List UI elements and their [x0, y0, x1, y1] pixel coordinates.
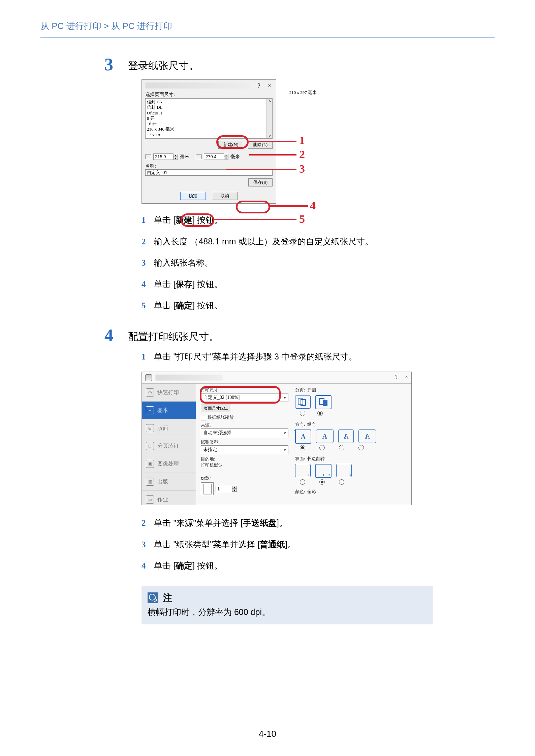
help-icon[interactable]: ?	[258, 82, 260, 90]
dialog-title-blur	[145, 82, 250, 89]
unit-label-2: 毫米	[230, 154, 240, 160]
save-button[interactable]: 保存(S)	[248, 178, 273, 186]
dest-label: 目的地:	[201, 456, 288, 462]
divider	[40, 37, 495, 38]
duplex-short[interactable]: 3	[336, 464, 352, 477]
chevron-down-icon: ∨	[284, 431, 286, 435]
collate-option-1[interactable]	[295, 395, 311, 409]
tab-finishing[interactable]: ⊡ 分页装订	[142, 437, 196, 455]
duplex-label: 双面:	[295, 456, 305, 461]
media-label: 纸张类型:	[201, 439, 288, 445]
job-icon: ▭	[146, 495, 154, 504]
height-spinner[interactable]: ▲▼	[204, 153, 228, 160]
auto-scale-label: 根据纸张缩放	[208, 415, 234, 420]
scrollbar[interactable]: ∧ ∨	[266, 99, 272, 138]
width-input[interactable]	[153, 153, 174, 160]
duplex-long[interactable]: 12	[315, 464, 332, 478]
step-3-number: 3	[104, 55, 128, 73]
cancel-button[interactable]: 取消	[212, 192, 238, 200]
callout-num-1: 1	[299, 134, 305, 147]
substep-4-3: 3 单击 "纸张类型"菜单并选择 [普通纸]。	[141, 538, 495, 551]
orient-value: 纵向	[307, 422, 316, 427]
callout-num-4: 4	[310, 199, 316, 212]
callout-num-3: 3	[299, 163, 305, 175]
tab-layout[interactable]: ⊞ 版面	[142, 419, 196, 437]
orient-portrait[interactable]: ⤢A	[295, 429, 311, 444]
chevron-down-icon: ∨	[284, 448, 286, 452]
substep-3-3: 3 输入纸张名称。	[141, 256, 495, 269]
step-3-header: 3 登录纸张尺寸。	[104, 55, 495, 73]
width-spinner[interactable]: ▲▼	[153, 153, 178, 160]
auto-scale-checkbox[interactable]	[201, 415, 206, 420]
new-button[interactable]: 新建(N)	[218, 141, 243, 149]
copies-label: 份数:	[201, 475, 288, 481]
orient-landscape[interactable]: A	[316, 429, 334, 443]
svg-rect-3	[323, 400, 327, 406]
callout-line-3	[226, 169, 296, 170]
list-items: 信封 C5 信封 DL Oficio II 8 开 16 开 216 x 340…	[147, 99, 271, 138]
height-input[interactable]	[204, 153, 224, 160]
orient-label: 方向:	[295, 422, 305, 427]
step-4-title: 配置打印纸张尺寸。	[128, 325, 219, 344]
ok-button[interactable]: 确定	[180, 192, 206, 200]
printer-properties-dialog: ? × ◷ 快速打印 ≡ 基本 ⊞ 版面 ⊡ 分页	[141, 372, 412, 505]
orient-landscape-rot[interactable]: A	[358, 429, 376, 443]
substep-3-2: 2 输入长度 （488.1 mm 或以上）及登录的自定义纸张尺寸。	[141, 235, 495, 248]
dialog2-title-blur	[155, 375, 223, 381]
scroll-up-icon[interactable]: ∧	[269, 99, 271, 103]
scroll-down-icon[interactable]: ∨	[269, 134, 271, 139]
collate-label: 分页:	[295, 387, 305, 392]
duplex-radios[interactable]	[295, 479, 407, 485]
substep-4-4: 4 单击 [确定] 按钮。	[141, 559, 495, 572]
orient-portrait-rot[interactable]: A	[338, 429, 354, 443]
collate-option-2[interactable]	[315, 395, 332, 409]
tab-quick-print[interactable]: ◷ 快速打印	[142, 384, 196, 402]
image-icon: ▣	[146, 460, 154, 468]
orient-radios[interactable]	[295, 445, 407, 450]
color-label: 颜色:	[295, 489, 305, 494]
close-icon[interactable]: ×	[268, 82, 271, 90]
grid-icon: ⊞	[146, 424, 154, 432]
callout-line-5	[214, 219, 296, 220]
unit-label: 毫米	[180, 154, 189, 160]
tab-publish[interactable]: ▥ 出版	[142, 473, 196, 491]
callout-num-2: 2	[299, 148, 305, 161]
source-label: 来源:	[201, 422, 288, 428]
select-page-size-label: 选择页面尺寸:	[145, 92, 273, 98]
chevron-down-icon: ∨	[284, 396, 286, 400]
tab-image[interactable]: ▣ 图像处理	[142, 455, 196, 473]
page-number: 4-10	[0, 729, 535, 739]
source-combo[interactable]: 自动来源选择 ∨	[201, 428, 288, 437]
page-size-listbox[interactable]: 信封 C5 信封 DL Oficio II 8 开 16 开 216 x 340…	[145, 98, 273, 139]
note-box: 注 横幅打印时，分辨率为 600 dpi。	[141, 586, 433, 624]
tab-basic[interactable]: ≡ 基本	[142, 402, 196, 419]
dest-value: 打印机默认	[201, 462, 288, 468]
callout-line-2	[249, 154, 296, 156]
color-value: 全彩	[307, 489, 316, 494]
duplex-off[interactable]: 1	[295, 464, 311, 477]
copies-spinner[interactable]: ▲▼	[216, 486, 237, 492]
list-icon: ≡	[146, 406, 154, 414]
note-title: 注	[163, 592, 172, 604]
copies-input[interactable]	[216, 486, 232, 492]
substep-4-2: 2 单击 "来源"菜单并选择 [手送纸盘]。	[141, 517, 495, 529]
copies-icon	[201, 482, 214, 495]
step-4-number: 4	[104, 325, 128, 344]
callout-num-5: 5	[299, 213, 305, 226]
note-body: 横幅打印时，分辨率为 600 dpi。	[148, 607, 427, 618]
collate-value: 开启	[307, 387, 316, 392]
help-icon[interactable]: ?	[395, 374, 398, 380]
close-icon[interactable]: ×	[405, 374, 408, 380]
substep-3-1: 1 单击 [新建] 按钮。	[141, 214, 495, 227]
page-size-button[interactable]: 页面尺寸(Z)...	[201, 405, 231, 412]
tab-job[interactable]: ▭ 作业	[142, 491, 196, 505]
media-combo[interactable]: 未指定 ∨	[201, 445, 288, 454]
book-icon: ▥	[146, 478, 154, 486]
clock-icon: ◷	[146, 388, 154, 397]
current-size-info: 210 x 297 毫米	[289, 90, 317, 96]
tab-list: ◷ 快速打印 ≡ 基本 ⊞ 版面 ⊡ 分页装订 ▣ 图像处理	[142, 384, 196, 505]
link-width-icon	[145, 154, 151, 159]
collate-radios[interactable]	[295, 411, 407, 416]
print-size-combo[interactable]: 自定义_02 [100%] ∨	[201, 393, 288, 402]
callout-line-1	[249, 141, 296, 142]
